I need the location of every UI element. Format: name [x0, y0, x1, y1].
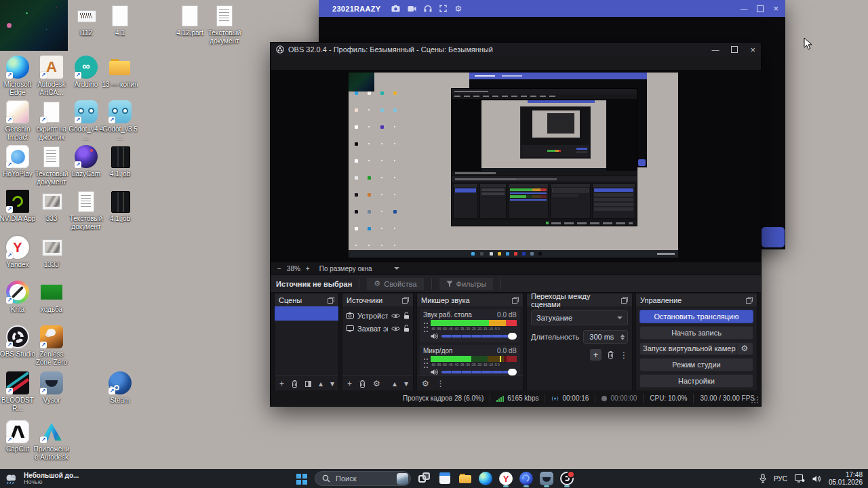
obs-window[interactable]: OBS 32.0.4 - Профиль: Безымянный - Сцены… — [270, 42, 762, 407]
desktop-icon[interactable]: 1333 — [35, 236, 68, 269]
spinner-arrows[interactable] — [620, 334, 625, 340]
start-button[interactable] — [291, 469, 311, 488]
gear-icon[interactable]: ⚙ — [454, 5, 462, 13]
obs-preview-video[interactable] — [349, 73, 678, 258]
desktop-icon[interactable]: ходьба — [35, 281, 68, 314]
taskbar-weather-widget[interactable]: Небольшой до... Ночью — [4, 469, 79, 488]
discord-maximize-button[interactable] — [757, 5, 764, 12]
transition-select[interactable]: Затухание — [531, 310, 628, 325]
desktop-icon[interactable]: BLOODSTR... — [1, 371, 35, 412]
desktop-icon[interactable]: Zenless Zone Zero — [35, 325, 68, 366]
popout-icon[interactable] — [621, 297, 628, 304]
discord-titlebar[interactable]: 23021RAAZY ⚙ — × — [319, 0, 785, 17]
move-scene-down-button[interactable]: ▾ — [330, 380, 334, 388]
virtual-camera-config-gear-icon[interactable]: ⚙ — [736, 343, 753, 355]
desktop-icon[interactable]: Godot_v3.5... — [103, 100, 137, 141]
scene-item[interactable] — [275, 306, 338, 321]
source-item[interactable]: Захват экр — [342, 322, 413, 335]
mixer-menu-dots-icon[interactable]: ⋮ — [437, 380, 445, 388]
desktop-icon[interactable]: Vysor — [35, 371, 68, 405]
video-camera-icon[interactable] — [408, 5, 416, 12]
taskbar-app-icon[interactable] — [475, 469, 496, 488]
desktop-icon[interactable]: 4.1 — [103, 4, 137, 37]
desktop-icon[interactable]: HoYoPlay — [1, 145, 35, 178]
move-source-down-button[interactable]: ▾ — [404, 380, 408, 388]
add-transition-button[interactable]: + — [590, 349, 601, 361]
popout-icon[interactable] — [746, 297, 753, 304]
camera-icon[interactable] — [391, 5, 400, 12]
desktop-icon[interactable]: 4.1.job — [103, 145, 137, 178]
obs-minimize-button[interactable]: — — [711, 45, 719, 54]
search-highlight-image[interactable] — [397, 473, 408, 485]
desktop-icon[interactable]: Microsoft Edge — [1, 56, 35, 96]
control-button[interactable]: Начать запись ⚙ — [639, 326, 753, 340]
volume-slider[interactable] — [441, 335, 517, 338]
volume-slider[interactable] — [441, 371, 517, 373]
transition-duration-input[interactable]: 300 ms — [583, 330, 628, 344]
zoom-in-button[interactable]: + — [306, 265, 310, 272]
desktop-icon[interactable]: Yandex — [1, 236, 35, 269]
desktop-icon[interactable]: Genshin Impact — [1, 100, 35, 141]
headphones-icon[interactable] — [424, 5, 432, 12]
source-item[interactable]: Устройств — [342, 309, 413, 322]
remove-scene-button[interactable] — [292, 380, 298, 388]
discord-close-button[interactable]: × — [773, 3, 778, 14]
remove-transition-button[interactable] — [608, 351, 614, 359]
speaker-icon[interactable] — [431, 333, 438, 340]
desktop-icon[interactable]: Steam — [103, 371, 137, 405]
fullscreen-icon[interactable] — [439, 5, 447, 12]
desktop-icon[interactable]: NVIDIA App — [1, 190, 35, 223]
lock-icon[interactable] — [403, 325, 410, 332]
scene-filters-button[interactable] — [305, 381, 311, 387]
drag-handle[interactable] — [423, 357, 428, 369]
move-source-up-button[interactable]: ▴ — [393, 380, 397, 388]
filters-button[interactable]: Фильтры — [439, 277, 494, 291]
taskbar-app-icon[interactable] — [455, 469, 475, 488]
visibility-eye-icon[interactable] — [391, 313, 400, 319]
desktop-icon[interactable]: 4.1.job — [103, 190, 137, 223]
taskbar-search[interactable] — [315, 471, 411, 486]
control-button[interactable]: Остановить трансляцию ⚙ — [639, 310, 753, 323]
discord-minimize-button[interactable]: — — [740, 5, 747, 13]
desktop-icon[interactable]: Текстовый документ — [35, 145, 68, 186]
taskbar-app-icon[interactable] — [496, 469, 516, 488]
desktop-icon[interactable]: Приложение Autodesk д... — [35, 420, 68, 462]
desktop-icon[interactable]: скрипт на джостик — [35, 100, 68, 141]
obs-maximize-button[interactable] — [731, 46, 738, 53]
language-indicator[interactable]: РУС — [774, 475, 787, 483]
desktop-icon[interactable]: Krita — [1, 281, 35, 314]
source-properties-gear-icon[interactable]: ⚙ — [373, 380, 380, 388]
popout-icon[interactable] — [512, 297, 519, 304]
visibility-eye-icon[interactable] — [391, 326, 400, 331]
zoom-out-button[interactable]: − — [277, 265, 281, 272]
desktop-icon[interactable]: Текстовый документ (3) — [208, 4, 241, 45]
taskbar-app-icon[interactable] — [435, 469, 455, 488]
lock-icon[interactable] — [403, 312, 410, 319]
desktop-icon[interactable]: Текстовый документ (2) — [69, 190, 103, 231]
desktop-icon[interactable]: 13 — копия — [103, 56, 137, 89]
search-input[interactable] — [334, 474, 386, 483]
desktop-icon[interactable]: LazyCam — [69, 145, 103, 178]
taskbar-app-icon[interactable] — [557, 469, 577, 488]
advanced-audio-gear-icon[interactable]: ⚙ — [422, 380, 429, 388]
control-button[interactable]: Настройки ⚙ — [639, 374, 753, 388]
properties-button[interactable]: ⚙ Свойства — [366, 277, 424, 291]
desktop-icon[interactable]: OBS Studio — [1, 325, 35, 359]
remove-source-button[interactable] — [359, 380, 366, 388]
control-button[interactable]: Режим студии ⚙ — [639, 358, 753, 371]
control-button[interactable]: Запуск виртуальной камеры ⚙ — [639, 342, 753, 356]
preview-fit-select[interactable]: По размеру окна — [315, 264, 403, 273]
taskbar-app-icon[interactable] — [414, 469, 435, 488]
desktop-icon[interactable]: 333 — [35, 190, 68, 223]
desktop-icon[interactable]: 4.12.part — [173, 4, 207, 37]
drag-handle[interactable] — [423, 321, 428, 333]
taskbar-clock[interactable]: 17:48 05.01.2026 — [829, 471, 863, 487]
desktop-icon[interactable]: Autodesk ArtCA... — [35, 56, 68, 96]
popout-icon[interactable] — [328, 297, 334, 304]
add-scene-button[interactable]: + — [279, 380, 284, 388]
desktop-icon[interactable]: Arduino — [69, 56, 103, 89]
taskbar-app-icon[interactable] — [536, 469, 557, 488]
obs-titlebar[interactable]: OBS 32.0.4 - Профиль: Безымянный - Сцены… — [271, 43, 761, 56]
desktop-icon[interactable]: Godot_v4.4... — [69, 100, 103, 141]
move-scene-up-button[interactable]: ▴ — [319, 380, 323, 388]
